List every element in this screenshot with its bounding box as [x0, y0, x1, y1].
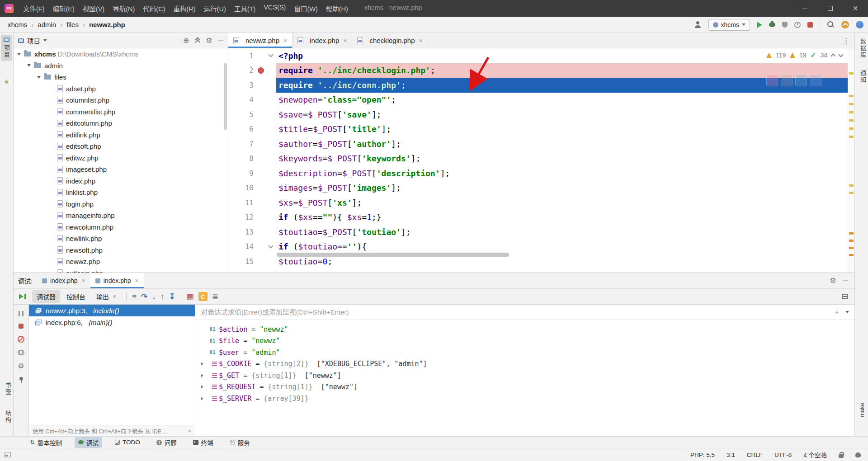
- gear-icon[interactable]: ⚙: [206, 37, 212, 44]
- variable-row[interactable]: 01$user = "admin": [195, 347, 854, 358]
- restore-layout-icon[interactable]: [842, 294, 848, 299]
- stripe-mark[interactable]: [849, 95, 854, 97]
- chevron-down-icon[interactable]: [27, 64, 31, 67]
- code-line[interactable]: 14if ($toutiao==''){: [228, 240, 854, 254]
- editor-tab[interactable]: index.php×: [292, 33, 352, 48]
- stripe-mark[interactable]: [849, 136, 854, 138]
- toolwindow-switcher-icon[interactable]: [5, 452, 11, 457]
- menu-item[interactable]: 运行(U): [200, 2, 230, 15]
- evaluate-expression-icon[interactable]: C: [198, 292, 208, 301]
- code-line[interactable]: 2require '../inc/checklogin.php';: [228, 63, 854, 78]
- stripe-mark[interactable]: [849, 247, 854, 249]
- tree-file-item[interactable]: manageinfo.php: [14, 210, 228, 221]
- stripe-mark[interactable]: [849, 103, 854, 105]
- tab-close-icon[interactable]: ×: [113, 293, 116, 300]
- breadcrumb-item[interactable]: xhcms: [6, 20, 28, 29]
- toolwindow-stripe-project[interactable]: 项目: [1, 35, 12, 61]
- run-to-cursor-icon[interactable]: ↧: [169, 293, 175, 301]
- error-stripe[interactable]: [848, 48, 854, 273]
- close-button[interactable]: ×: [843, 0, 868, 17]
- tree-file-item[interactable]: outlogin.php: [14, 268, 228, 273]
- inline-debug-overlay-icon[interactable]: [766, 75, 778, 86]
- tree-file-item[interactable]: columnlist.php: [14, 94, 228, 106]
- debug-session-tab[interactable]: index.php×: [37, 273, 90, 288]
- stripe-mark[interactable]: [849, 119, 854, 122]
- menu-item[interactable]: VCS(S): [259, 2, 290, 15]
- editor-body[interactable]: 1<?php2require '../inc/checklogin.php';3…: [228, 48, 854, 273]
- tab-close-icon[interactable]: ×: [283, 37, 287, 44]
- tree-file-item[interactable]: newcolumn.php: [14, 221, 228, 233]
- code-line[interactable]: 9$description=$_POST['description'];: [228, 166, 854, 181]
- breadcrumb-item[interactable]: files: [65, 20, 80, 29]
- code-line[interactable]: 13$toutiao=$_POST['toutiao'];: [228, 225, 854, 240]
- tree-root-item[interactable]: xhcms D:\Downloads\CMS\xhcms: [14, 48, 228, 60]
- status-widget[interactable]: CRLF: [747, 452, 763, 458]
- tree-folder-item[interactable]: admin: [14, 60, 228, 72]
- status-widget[interactable]: PHP: 5.5: [690, 452, 715, 458]
- user-icon[interactable]: [694, 21, 702, 28]
- stripe-button[interactable]: make: [859, 403, 865, 417]
- tab-close-icon[interactable]: ×: [82, 277, 85, 284]
- hide-panel-icon[interactable]: ─: [218, 37, 223, 44]
- fold-chevron-icon[interactable]: [268, 243, 273, 248]
- stripe-mark[interactable]: [849, 72, 854, 75]
- status-widget[interactable]: 3:1: [726, 452, 735, 458]
- tree-file-item[interactable]: login.php: [14, 198, 228, 210]
- tree-folder-item[interactable]: files: [14, 71, 228, 83]
- stripe-button[interactable]: 结构: [4, 410, 12, 423]
- pin-icon[interactable]: [19, 377, 24, 383]
- view-breakpoints-icon[interactable]: ▦: [187, 293, 194, 301]
- step-into-icon[interactable]: ↓: [152, 293, 156, 301]
- project-scrollbar[interactable]: [224, 63, 227, 130]
- chevron-right-icon[interactable]: [201, 385, 203, 389]
- code-with-me-icon[interactable]: [856, 21, 863, 28]
- variable-row[interactable]: $_GET = {string[1]} ["newwz"]: [195, 370, 854, 381]
- menu-item[interactable]: 编辑(E): [49, 2, 79, 15]
- chevron-right-icon[interactable]: [201, 397, 203, 400]
- tree-file-item[interactable]: editsoft.php: [14, 141, 228, 152]
- menu-item[interactable]: 窗口(W): [290, 2, 321, 15]
- tab-close-icon[interactable]: ×: [343, 37, 347, 44]
- variable-row[interactable]: $_SERVER = {array[39]}: [195, 393, 854, 405]
- chevron-right-icon[interactable]: [201, 362, 203, 366]
- tree-file-item[interactable]: editlink.php: [14, 129, 228, 141]
- tree-file-item[interactable]: imageset.php: [14, 164, 228, 175]
- code-line[interactable]: 1<?php: [228, 48, 854, 63]
- run-button[interactable]: [757, 22, 762, 28]
- tree-file-item[interactable]: editwz.php: [14, 152, 228, 164]
- tab-close-icon[interactable]: ×: [419, 37, 423, 44]
- code-line[interactable]: 7$author=$_POST['author'];: [228, 136, 854, 151]
- hide-panel-icon[interactable]: ─: [843, 277, 848, 284]
- mute-breakpoints-icon[interactable]: [18, 336, 24, 343]
- project-panel-header[interactable]: 项目 ⊕ ⚙ ─: [14, 33, 228, 48]
- evaluate-expression-input[interactable]: [201, 308, 829, 316]
- minimize-button[interactable]: ─: [792, 0, 817, 17]
- close-icon[interactable]: ×: [188, 428, 191, 434]
- tree-file-item[interactable]: adset.php: [14, 83, 228, 95]
- prev-warning-icon[interactable]: [830, 53, 835, 58]
- code-line[interactable]: 5$save=$_POST['save'];: [228, 107, 854, 122]
- menu-item[interactable]: 导航(N): [108, 2, 139, 15]
- search-icon[interactable]: [827, 21, 835, 28]
- stack-frame-item[interactable]: newwz.php:3, include(): [29, 305, 195, 316]
- code-line[interactable]: 8$keywords=$_POST['keywords'];: [228, 151, 854, 166]
- stripe-mark[interactable]: [849, 232, 854, 235]
- stripe-button[interactable]: 数据库: [859, 38, 867, 59]
- variable-row[interactable]: $_COOKIE = {string[2]} ["XDEBUG_ECLIPSE"…: [195, 358, 854, 370]
- locate-file-icon[interactable]: ⊕: [183, 37, 189, 44]
- debug-button[interactable]: [769, 22, 775, 27]
- debug-settings-gear-icon[interactable]: ⚙: [18, 362, 24, 370]
- debug-view-tab[interactable]: 控制台: [62, 290, 90, 303]
- stripe-button[interactable]: 书签: [4, 382, 12, 395]
- tree-file-item[interactable]: newlink.php: [14, 233, 228, 245]
- code-line[interactable]: 3require '../inc/conn.php';: [228, 78, 854, 93]
- variable-row[interactable]: $_REQUEST = {string[1]} ["newwz"]: [195, 381, 854, 393]
- tree-file-item[interactable]: newwz.php: [14, 256, 228, 268]
- stripe-mark[interactable]: [849, 111, 854, 113]
- breadcrumb-item[interactable]: newwz.php: [88, 20, 127, 29]
- chevron-right-icon[interactable]: [201, 374, 203, 377]
- stripe-mark[interactable]: [849, 254, 854, 256]
- variable-row[interactable]: 01$action = "newwz": [195, 324, 854, 335]
- tab-close-icon[interactable]: ×: [135, 277, 139, 284]
- profiler-icon[interactable]: [794, 22, 801, 28]
